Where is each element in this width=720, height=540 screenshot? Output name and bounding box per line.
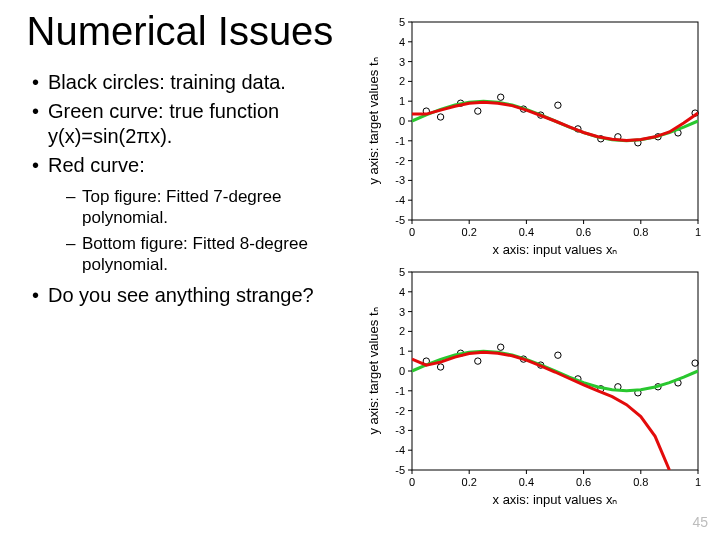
y-tick-label: -4 xyxy=(395,194,405,206)
x-tick-label: 0.6 xyxy=(576,476,591,488)
sub-bullet-list: Top figure: Fitted 7-degree polynomial. … xyxy=(66,186,350,275)
chart-bottom: 00.20.40.60.81-5-4-3-2-1012345x axis: in… xyxy=(362,260,710,510)
bullet-text: Red curve: xyxy=(48,154,145,176)
x-tick-label: 0.6 xyxy=(576,226,591,238)
y-tick-label: -3 xyxy=(395,424,405,436)
y-tick-label: 4 xyxy=(399,286,405,298)
y-axis-label: y axis: target values tₙ xyxy=(366,307,381,434)
y-tick-label: 0 xyxy=(399,115,405,127)
bullet-item: Red curve: Top figure: Fitted 7-degree p… xyxy=(32,153,350,275)
data-point xyxy=(437,114,443,120)
y-tick-label: 3 xyxy=(399,306,405,318)
x-tick-label: 0.4 xyxy=(519,226,534,238)
page-number: 45 xyxy=(692,514,708,530)
y-tick-label: 5 xyxy=(399,16,405,28)
y-tick-label: -4 xyxy=(395,444,405,456)
y-tick-label: -3 xyxy=(395,174,405,186)
bullet-item: Green curve: true function y(x)=sin(2πx)… xyxy=(32,99,350,149)
data-point xyxy=(498,344,504,350)
x-axis-label: x axis: input values xₙ xyxy=(493,242,618,257)
data-point xyxy=(555,102,561,108)
y-tick-label: -5 xyxy=(395,214,405,226)
data-point xyxy=(555,352,561,358)
left-column: Numerical Issues Black circles: training… xyxy=(0,0,360,540)
chart-top: 00.20.40.60.81-5-4-3-2-1012345x axis: in… xyxy=(362,10,710,260)
y-tick-label: 1 xyxy=(399,95,405,107)
data-point xyxy=(692,360,698,366)
y-tick-label: -2 xyxy=(395,405,405,417)
x-tick-label: 0.8 xyxy=(633,226,648,238)
sub-bullet-item: Top figure: Fitted 7-degree polynomial. xyxy=(66,186,350,229)
data-point xyxy=(437,364,443,370)
y-tick-label: 4 xyxy=(399,36,405,48)
bullet-item: Black circles: training data. xyxy=(32,70,350,95)
y-tick-label: -2 xyxy=(395,155,405,167)
x-tick-label: 0 xyxy=(409,476,415,488)
y-tick-label: 1 xyxy=(399,345,405,357)
y-axis-label: y axis: target values tₙ xyxy=(366,57,381,184)
y-tick-label: 5 xyxy=(399,266,405,278)
bullet-list: Black circles: training data. Green curv… xyxy=(32,70,350,308)
y-tick-label: 2 xyxy=(399,325,405,337)
y-tick-label: 3 xyxy=(399,56,405,68)
y-tick-label: 0 xyxy=(399,365,405,377)
data-point xyxy=(475,108,481,114)
x-tick-label: 1 xyxy=(695,476,701,488)
fitted-poly-degree-8 xyxy=(412,352,669,470)
x-tick-label: 0.2 xyxy=(462,226,477,238)
x-tick-label: 0 xyxy=(409,226,415,238)
slide-title: Numerical Issues xyxy=(20,10,340,52)
x-tick-label: 0.8 xyxy=(633,476,648,488)
y-tick-label: 2 xyxy=(399,75,405,87)
bullet-item: Do you see anything strange? xyxy=(32,283,350,308)
y-tick-label: -1 xyxy=(395,135,405,147)
x-tick-label: 0.4 xyxy=(519,476,534,488)
right-column: 00.20.40.60.81-5-4-3-2-1012345x axis: in… xyxy=(362,10,710,520)
data-point xyxy=(475,358,481,364)
data-point xyxy=(498,94,504,100)
x-tick-label: 1 xyxy=(695,226,701,238)
slide: Numerical Issues Black circles: training… xyxy=(0,0,720,540)
x-axis-label: x axis: input values xₙ xyxy=(493,492,618,507)
sub-bullet-item: Bottom figure: Fitted 8-degree polynomia… xyxy=(66,233,350,276)
y-tick-label: -1 xyxy=(395,385,405,397)
x-tick-label: 0.2 xyxy=(462,476,477,488)
y-tick-label: -5 xyxy=(395,464,405,476)
